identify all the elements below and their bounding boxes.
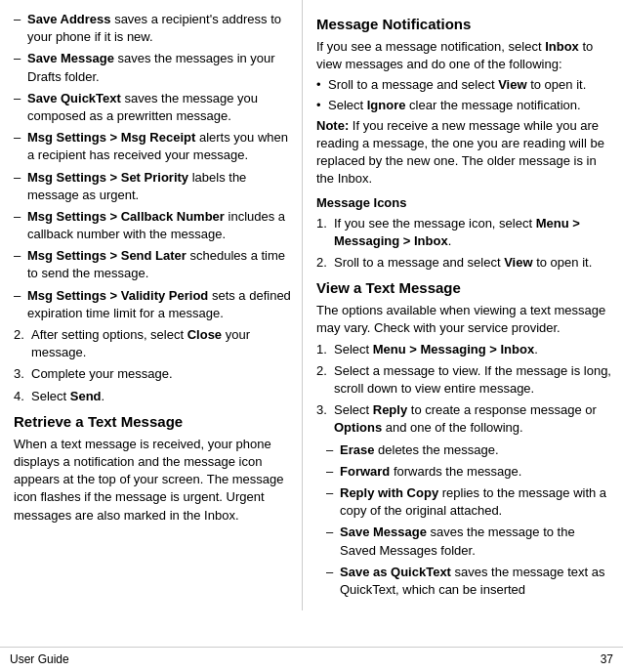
list-num: 4. [14, 388, 24, 405]
item-bold: Save as QuickText [340, 565, 451, 579]
list-item: Msg Settings > Validity Period sets a de… [14, 287, 292, 322]
list-item: Sroll to a message and select View to op… [316, 76, 613, 94]
retrieve-heading: Retrieve a Text Message [14, 411, 292, 432]
list-num: 3. [316, 401, 327, 419]
message-icons-list: 1.If you see the message icon, select Me… [316, 215, 613, 273]
footer-bar: User Guide 37 [0, 647, 623, 672]
view-text-list: 1.Select Menu > Messaging > Inbox. 2.Sel… [316, 341, 613, 438]
list-num: 2. [316, 362, 327, 380]
item-bold: Save Address [27, 12, 111, 26]
item-bold: Erase [340, 442, 374, 457]
note-text: Note: If you receive a new message while… [316, 117, 613, 189]
item-bold: Msg Settings > Msg Receipt [27, 130, 195, 145]
list-item: 2.After setting options, select Close yo… [14, 326, 292, 361]
page-wrapper: Save Address saves a recipient's address… [0, 0, 623, 672]
list-item: Select Ignore clear the message notifica… [316, 97, 613, 114]
list-item: Msg Settings > Send Later schedules a ti… [14, 247, 292, 282]
list-item: 2.Select a message to view. If the messa… [316, 362, 613, 398]
list-item: Msg Settings > Msg Receipt alerts you wh… [14, 129, 292, 164]
item-bold: Msg Settings > Set Priority [27, 170, 188, 185]
list-item: 2.Sroll to a message and select View to … [316, 254, 613, 272]
list-item: Save Message saves the messages in your … [14, 50, 292, 85]
message-icons-heading: Message Icons [316, 194, 613, 212]
inbox-bold: Inbox [545, 39, 579, 54]
sub-dash-list: Erase deletes the message. Forward forwa… [316, 441, 613, 600]
msg-notifications-intro: If you see a message notification, selec… [316, 38, 613, 73]
left-column: Save Address saves a recipient's address… [0, 0, 303, 610]
notification-bullets: Sroll to a message and select View to op… [316, 76, 613, 113]
list-item: 4.Select Send. [14, 388, 292, 405]
content-area: Save Address saves a recipient's address… [0, 0, 623, 638]
list-num: 1. [316, 215, 327, 232]
list-item: 3.Select Reply to create a response mess… [316, 401, 613, 437]
item-bold: Send [70, 389, 102, 403]
retrieve-body: When a text message is received, your ph… [14, 436, 292, 525]
item-bold: Save Message [27, 51, 114, 65]
footer-right: 37 [601, 651, 613, 668]
list-num: 2. [316, 254, 327, 272]
item-bold: Forward [340, 464, 390, 479]
item-bold: Ignore [367, 98, 406, 112]
item-bold: Msg Settings > Send Later [27, 248, 187, 263]
msg-notifications-heading: Message Notifications [316, 14, 613, 34]
list-item: Forward forwards the message. [326, 463, 613, 481]
list-item: Save as QuickText saves the message text… [326, 564, 613, 599]
item-bold: Menu > Messaging > Inbox [334, 216, 580, 248]
item-bold: Msg Settings > Callback Number [27, 209, 225, 224]
right-column: Message Notifications If you see a messa… [303, 0, 623, 610]
list-item: Save Message saves the message to the Sa… [326, 524, 613, 559]
item-bold: Save Message [340, 525, 427, 539]
list-item: Msg Settings > Callback Number includes … [14, 208, 292, 243]
list-num: 2. [14, 326, 24, 344]
list-item: Reply with Copy replies to the message w… [326, 484, 613, 520]
item-bold: Reply [373, 402, 407, 417]
note-label: Note: [316, 118, 349, 133]
view-text-heading: View a Text Message [316, 277, 613, 298]
list-item: 3.Complete your message. [14, 365, 292, 383]
item-bold: Options [334, 420, 382, 435]
list-item: 1.If you see the message icon, select Me… [316, 215, 613, 250]
item-bold: Msg Settings > Validity Period [27, 288, 208, 303]
list-item: Msg Settings > Set Priority labels the m… [14, 169, 292, 204]
list-item: Save Address saves a recipient's address… [14, 11, 292, 46]
item-bold: Save QuickText [27, 91, 121, 105]
list-num: 1. [316, 341, 327, 358]
item-bold: Reply with Copy [340, 485, 438, 500]
list-item: Save QuickText saves the message you com… [14, 90, 292, 125]
list-item: 1.Select Menu > Messaging > Inbox. [316, 341, 613, 358]
list-num: 3. [14, 365, 24, 383]
item-bold: Close [187, 327, 222, 342]
view-text-intro: The options available when viewing a tex… [316, 302, 613, 337]
footer-left: User Guide [10, 651, 69, 668]
list-item: Erase deletes the message. [326, 441, 613, 459]
numbered-list-after-options: 2.After setting options, select Close yo… [14, 326, 292, 405]
item-bold: Menu > Messaging > Inbox [373, 342, 534, 357]
dash-list-options: Save Address saves a recipient's address… [14, 11, 292, 322]
item-bold: View [498, 77, 526, 92]
item-bold: View [504, 255, 532, 270]
